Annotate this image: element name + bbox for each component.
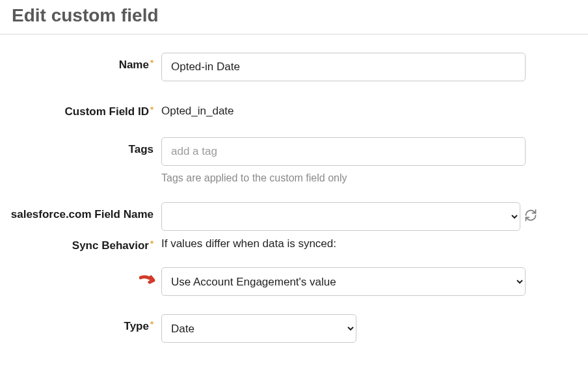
row-sync-behavior-label: Sync Behavior* If values differ when dat… (0, 237, 567, 253)
row-tags: Tags Tags are applied to the custom fiel… (0, 137, 567, 184)
tags-help-text: Tags are applied to the custom field onl… (161, 172, 567, 184)
control-name (161, 53, 567, 81)
control-sync-behavior-desc: If values differ when data is synced: (161, 237, 567, 250)
row-salesforce-field-name: salesforce.com Field Name (0, 202, 567, 231)
label-empty-sync (0, 267, 161, 272)
label-custom-field-id-text: Custom Field ID (65, 105, 149, 118)
row-sync-behavior-select: Use Account Engagement's value (0, 267, 567, 296)
row-name: Name* (0, 53, 567, 81)
required-asterisk-icon: * (150, 58, 154, 68)
page-title: Edit custom field (0, 0, 588, 34)
label-type-text: Type (124, 320, 149, 332)
label-sync-behavior: Sync Behavior* (0, 237, 161, 253)
salesforce-field-name-select[interactable] (161, 202, 520, 231)
row-type: Type* Date (0, 314, 567, 343)
control-tags: Tags are applied to the custom field onl… (161, 137, 567, 184)
tags-input[interactable] (161, 137, 526, 166)
control-type: Date (161, 314, 567, 343)
required-asterisk-icon: * (150, 319, 154, 329)
label-salesforce-field-name: salesforce.com Field Name (0, 202, 161, 222)
sync-behavior-description: If values differ when data is synced: (161, 237, 567, 250)
row-custom-field-id: Custom Field ID* Opted_in_date (0, 100, 567, 119)
label-custom-field-id: Custom Field ID* (0, 100, 161, 119)
control-salesforce-field-name (161, 202, 567, 231)
name-input[interactable] (161, 53, 526, 81)
sync-behavior-select[interactable]: Use Account Engagement's value (161, 267, 526, 296)
label-salesforce-field-name-text: salesforce.com Field Name (11, 208, 154, 220)
label-type: Type* (0, 314, 161, 334)
type-select[interactable]: Date (161, 314, 356, 343)
label-tags-text: Tags (129, 143, 154, 155)
label-name: Name* (0, 53, 161, 72)
refresh-icon[interactable] (524, 209, 537, 224)
required-asterisk-icon: * (150, 105, 154, 114)
control-sync-behavior-select: Use Account Engagement's value (161, 267, 567, 296)
label-name-text: Name (119, 59, 149, 71)
edit-custom-field-form: Name* Custom Field ID* Opted_in_date Tag… (0, 34, 588, 343)
control-custom-field-id: Opted_in_date (161, 100, 567, 118)
label-tags: Tags (0, 137, 161, 157)
custom-field-id-value: Opted_in_date (161, 100, 567, 118)
required-asterisk-icon: * (150, 239, 154, 248)
label-sync-behavior-text: Sync Behavior (72, 239, 149, 252)
arrow-annotation-icon (139, 272, 159, 292)
